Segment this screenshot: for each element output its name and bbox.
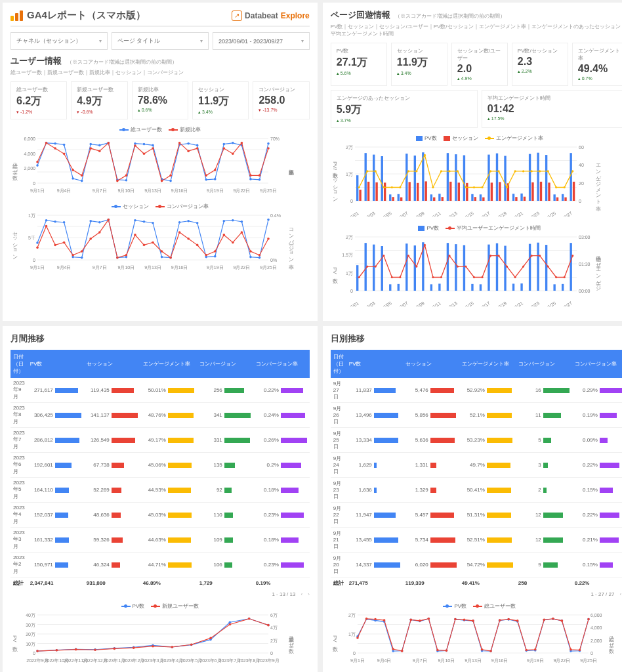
svg-text:9月7日: 9月7日 xyxy=(413,658,427,663)
table-row: 9月26日13,4965,85652.1%110.19% xyxy=(331,403,622,428)
brand-badge: ↗ Databeat Explore xyxy=(232,10,310,21)
svg-rect-193 xyxy=(482,198,484,201)
svg-text:0: 0 xyxy=(579,199,581,203)
svg-point-475 xyxy=(401,650,404,652)
table-row: 2023年9月271,617119,43550.01%2560.22% xyxy=(10,378,310,403)
svg-point-27 xyxy=(232,142,234,144)
pager-prev-icon[interactable]: ‹ xyxy=(619,591,621,597)
svg-rect-267 xyxy=(430,284,432,291)
svg-point-25 xyxy=(214,178,217,180)
pager-next-icon[interactable]: › xyxy=(308,591,310,597)
svg-rect-160 xyxy=(430,194,432,201)
svg-point-46 xyxy=(161,180,163,182)
svg-text:9月19日: 9月19日 xyxy=(207,265,224,270)
svg-text:6,000: 6,000 xyxy=(591,613,602,618)
svg-rect-197 xyxy=(515,197,517,201)
svg-point-219 xyxy=(473,186,475,188)
svg-point-488 xyxy=(516,620,519,622)
select-date-range[interactable]: 2023/09/01 - 2023/09/27 xyxy=(213,32,310,50)
svg-point-41 xyxy=(116,180,119,182)
svg-rect-264 xyxy=(405,243,407,291)
table-row: 9月27日11,8375,47652.92%160.29% xyxy=(331,378,622,403)
svg-text:0: 0 xyxy=(350,289,353,293)
svg-point-100 xyxy=(232,219,234,222)
panel-page-info: ページ回遊情報 （※スコアカード増減は選択期間の前の期間） PV数｜セッション｜… xyxy=(323,3,622,321)
svg-rect-276 xyxy=(504,246,506,291)
svg-point-121 xyxy=(178,231,181,234)
table-row: 2023年3月161,33259,32644.63%1090.18% xyxy=(10,528,310,553)
svg-point-484 xyxy=(481,648,484,651)
y-axis-label: 総ユーザー数 xyxy=(10,159,18,171)
svg-point-126 xyxy=(223,234,226,236)
svg-point-105 xyxy=(36,246,39,249)
svg-point-355 xyxy=(114,648,116,650)
svg-text:70%: 70% xyxy=(270,136,280,141)
svg-point-478 xyxy=(427,618,430,620)
svg-text:10万: 10万 xyxy=(26,642,35,646)
svg-rect-273 xyxy=(480,284,482,291)
table-row: 2023年6月192,60167,73845.06%1350.2% xyxy=(10,453,310,478)
svg-rect-186 xyxy=(425,181,426,201)
svg-point-42 xyxy=(125,175,128,177)
svg-text:0: 0 xyxy=(270,651,273,656)
svg-rect-179 xyxy=(367,182,369,201)
svg-point-470 xyxy=(356,637,359,639)
svg-rect-183 xyxy=(400,198,402,201)
kpi-card: 新規ユーザー数4.9万-0.6% xyxy=(71,81,127,119)
svg-point-285 xyxy=(358,276,360,278)
pager-prev-icon[interactable]: ‹ xyxy=(301,591,302,597)
svg-point-489 xyxy=(525,649,528,652)
svg-rect-180 xyxy=(375,182,377,201)
svg-text:9月16日: 9月16日 xyxy=(491,658,508,663)
svg-point-483 xyxy=(472,620,474,622)
svg-text:2023/09/01: 2023/09/01 xyxy=(338,301,360,306)
table-monthly: 日付（日付）PV数セッションエンゲージメント率コンバージョンコンバージョン率20… xyxy=(10,350,310,589)
svg-point-94 xyxy=(178,221,181,224)
svg-point-301 xyxy=(489,255,491,257)
svg-point-33 xyxy=(45,142,48,144)
svg-point-221 xyxy=(489,170,491,172)
svg-point-493 xyxy=(560,620,563,622)
select-channel[interactable]: チャネル（セッション） xyxy=(10,32,108,50)
svg-rect-172 xyxy=(529,154,531,201)
svg-text:9月25日: 9月25日 xyxy=(580,658,597,663)
svg-point-9 xyxy=(72,177,74,180)
svg-point-56 xyxy=(249,175,252,177)
svg-rect-167 xyxy=(487,155,489,201)
svg-point-16 xyxy=(134,142,136,145)
svg-point-84 xyxy=(89,220,92,222)
svg-point-102 xyxy=(249,256,252,259)
table-row: 9月21日13,4555,73452.51%120.21% xyxy=(331,528,622,553)
table-row: 総計271,475119,33949.41%2580.22% xyxy=(331,578,622,589)
svg-point-209 xyxy=(391,186,393,188)
svg-point-205 xyxy=(358,186,360,188)
svg-rect-277 xyxy=(512,284,514,291)
svg-rect-282 xyxy=(553,284,555,291)
svg-point-222 xyxy=(497,170,499,172)
svg-point-485 xyxy=(489,650,492,652)
svg-point-112 xyxy=(98,231,101,234)
svg-text:9月1日: 9月1日 xyxy=(350,658,365,663)
databeat-icon: ↗ xyxy=(232,10,242,21)
svg-point-26 xyxy=(223,143,226,146)
chart-pv-session-engage: PV数 セッション エンゲージメント率 PV数/セッション 2023/09/01… xyxy=(331,135,622,217)
svg-point-115 xyxy=(125,254,128,257)
svg-text:01:30: 01:30 xyxy=(579,262,591,266)
svg-rect-203 xyxy=(564,198,566,201)
svg-text:4,000: 4,000 xyxy=(591,625,602,630)
svg-point-217 xyxy=(457,170,459,172)
svg-point-119 xyxy=(161,250,163,253)
svg-point-495 xyxy=(578,649,581,652)
svg-text:9月4日: 9月4日 xyxy=(377,658,392,663)
svg-point-113 xyxy=(108,219,110,221)
chart-session-conv: セッション コンバージョン率 セッション 9月1日9月4日9月7日9月10日9月… xyxy=(10,203,310,272)
svg-point-299 xyxy=(473,276,475,278)
svg-rect-170 xyxy=(512,194,514,201)
table-row: 9月22日11,9475,45751.31%120.22% xyxy=(331,503,622,528)
svg-text:4,000: 4,000 xyxy=(24,152,35,156)
select-page-title[interactable]: ページ タイトル xyxy=(112,32,209,50)
svg-rect-169 xyxy=(504,156,506,201)
svg-text:60: 60 xyxy=(579,145,584,150)
svg-rect-189 xyxy=(449,182,451,201)
svg-rect-269 xyxy=(447,243,449,291)
